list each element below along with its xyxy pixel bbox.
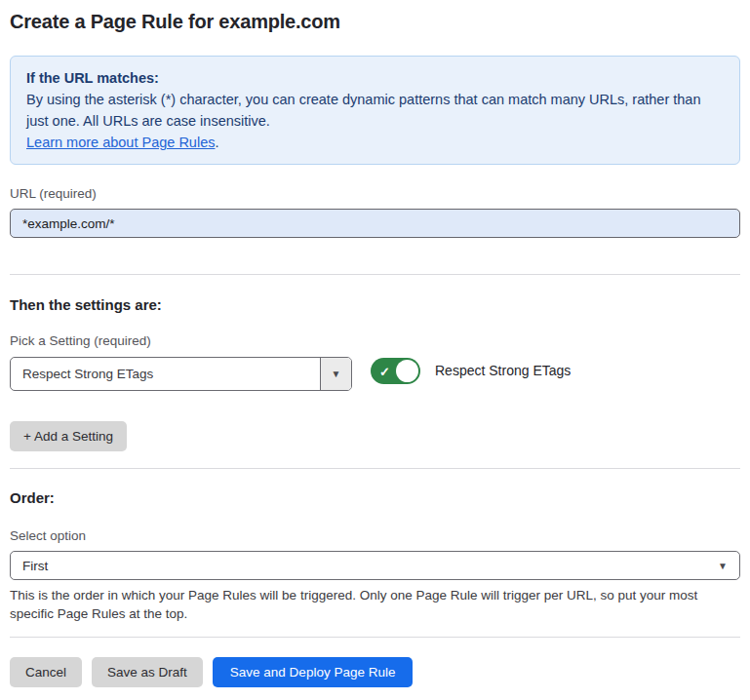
save-draft-button[interactable]: Save as Draft: [92, 657, 203, 687]
order-select[interactable]: First ▼: [10, 551, 740, 580]
footer-actions: Cancel Save as Draft Save and Deploy Pag…: [10, 657, 740, 687]
url-match-info-box: If the URL matches: By using the asteris…: [10, 56, 740, 165]
info-box-body: By using the asterisk (*) character, you…: [26, 89, 724, 132]
add-setting-button[interactable]: + Add a Setting: [10, 421, 127, 451]
toggle-knob: [396, 360, 418, 382]
settings-heading: Then the settings are:: [10, 297, 740, 313]
dropdown-arrow-icon: ▼: [320, 358, 351, 390]
info-box-heading: If the URL matches:: [26, 67, 724, 89]
cancel-button[interactable]: Cancel: [10, 657, 82, 687]
etags-toggle[interactable]: ✓: [371, 358, 420, 384]
setting-row: Respect Strong ETags ▼ ✓ Respect Strong …: [10, 357, 740, 391]
pick-setting-label: Pick a Setting (required): [10, 333, 740, 349]
order-select-value: First: [22, 559, 48, 573]
toggle-label: Respect Strong ETags: [435, 363, 571, 379]
info-box-link-line: Learn more about Page Rules.: [26, 132, 724, 153]
chevron-down-icon: ▼: [718, 561, 728, 571]
link-period: .: [215, 135, 218, 150]
order-heading: Order:: [10, 490, 740, 506]
create-page-rule-form: Create a Page Rule for example.com If th…: [0, 11, 750, 687]
save-deploy-button[interactable]: Save and Deploy Page Rule: [213, 657, 414, 687]
url-input[interactable]: [10, 209, 740, 238]
learn-more-link[interactable]: Learn more about Page Rules: [26, 135, 215, 150]
divider: [10, 274, 740, 275]
order-helper-text: This is the order in which your Page Rul…: [10, 586, 739, 623]
setting-select[interactable]: Respect Strong ETags ▼: [10, 357, 352, 391]
check-icon: ✓: [379, 365, 390, 377]
divider: [10, 637, 740, 638]
page-title: Create a Page Rule for example.com: [10, 11, 740, 33]
url-label: URL (required): [10, 186, 740, 202]
divider: [10, 468, 740, 469]
setting-select-value: Respect Strong ETags: [11, 367, 153, 381]
select-option-label: Select option: [10, 528, 740, 544]
